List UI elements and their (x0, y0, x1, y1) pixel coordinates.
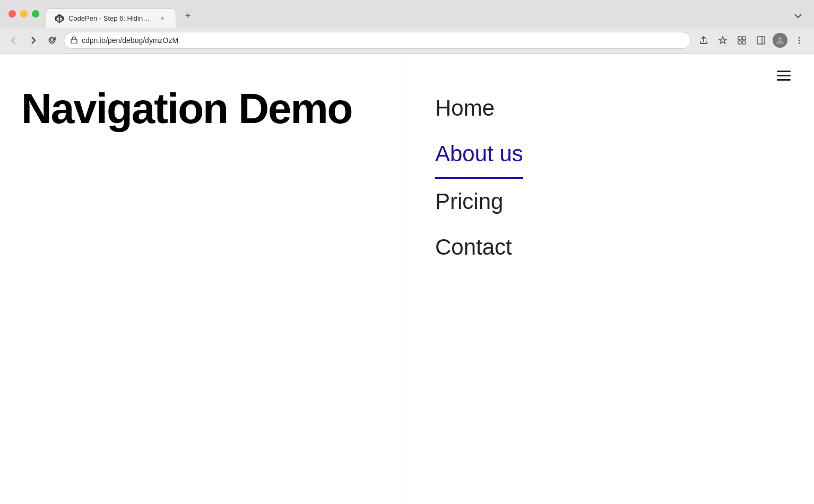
page-heading: Navigation Demo (21, 85, 352, 132)
bookmark-button[interactable] (714, 32, 731, 49)
forward-arrow-icon (29, 36, 37, 45)
svg-rect-8 (738, 37, 741, 40)
traffic-lights (8, 10, 39, 18)
extensions-icon (737, 36, 747, 45)
address-bar-row: cdpn.io/pen/debug/dymzOzM (0, 28, 814, 53)
url-text: cdpn.io/pen/debug/dymzOzM (82, 36, 684, 45)
nav-link-contact[interactable]: Contact (435, 224, 782, 270)
tab-close-button[interactable]: × (158, 14, 167, 23)
svg-rect-10 (738, 41, 741, 44)
profile-button[interactable] (772, 32, 789, 49)
user-avatar-icon (775, 36, 785, 45)
svg-point-16 (799, 40, 800, 41)
extensions-button[interactable] (733, 32, 750, 49)
nav-item-contact: Contact (435, 224, 782, 270)
svg-marker-7 (719, 37, 726, 44)
share-button[interactable] (695, 32, 712, 49)
maximize-window-button[interactable] (32, 10, 39, 18)
svg-point-17 (799, 42, 800, 44)
tabs-area: CodePen - Step 6: Hiding the li... × + (46, 0, 806, 28)
tab-list-button[interactable] (791, 8, 806, 23)
more-menu-button[interactable] (791, 32, 808, 49)
nav-list: Home About us Pricing Contact (435, 85, 782, 271)
bookmark-star-icon (718, 36, 728, 45)
svg-rect-9 (742, 37, 746, 40)
new-tab-button[interactable]: + (180, 8, 195, 23)
nav-item-pricing: Pricing (435, 179, 782, 224)
nav-item-about: About us (435, 131, 782, 178)
hamburger-menu-button[interactable] (775, 68, 793, 83)
svg-rect-12 (757, 37, 765, 44)
more-options-icon (794, 36, 804, 45)
svg-rect-6 (71, 39, 77, 44)
address-bar[interactable]: cdpn.io/pen/debug/dymzOzM (64, 32, 691, 49)
page-content: Navigation Demo Home About us Pricing (0, 54, 814, 504)
sidebar-toggle-button[interactable] (752, 32, 769, 49)
security-lock-icon (71, 36, 77, 44)
svg-rect-11 (742, 41, 746, 44)
page-right-panel: Home About us Pricing Contact (403, 54, 814, 504)
reload-icon (48, 36, 56, 45)
back-arrow-icon (10, 36, 18, 45)
avatar (773, 33, 787, 48)
sidebar-icon (756, 36, 766, 45)
minimize-window-button[interactable] (20, 10, 28, 18)
tab-title: CodePen - Step 6: Hiding the li... (68, 14, 153, 22)
active-tab[interactable]: CodePen - Step 6: Hiding the li... × (46, 8, 176, 28)
svg-point-14 (778, 37, 782, 41)
codepen-icon (55, 14, 64, 23)
forward-button[interactable] (25, 33, 40, 48)
browser-chrome: CodePen - Step 6: Hiding the li... × + (0, 0, 814, 54)
nav-link-about[interactable]: About us (435, 131, 523, 178)
svg-point-15 (799, 37, 800, 39)
reload-button[interactable] (45, 33, 59, 48)
chevron-down-icon (794, 12, 802, 20)
hamburger-line-2 (777, 75, 791, 76)
nav-link-home[interactable]: Home (435, 85, 782, 131)
close-window-button[interactable] (8, 10, 16, 18)
page-left-panel: Navigation Demo (0, 54, 403, 504)
hamburger-line-3 (777, 79, 791, 81)
back-button[interactable] (6, 33, 21, 48)
nav-item-home: Home (435, 85, 782, 131)
share-icon (699, 36, 708, 45)
toolbar-icons (695, 32, 808, 49)
lock-icon (71, 36, 77, 45)
hamburger-line-1 (777, 71, 791, 72)
nav-link-pricing[interactable]: Pricing (435, 179, 782, 224)
main-navigation: Home About us Pricing Contact (435, 85, 782, 271)
title-bar: CodePen - Step 6: Hiding the li... × + (0, 0, 814, 28)
